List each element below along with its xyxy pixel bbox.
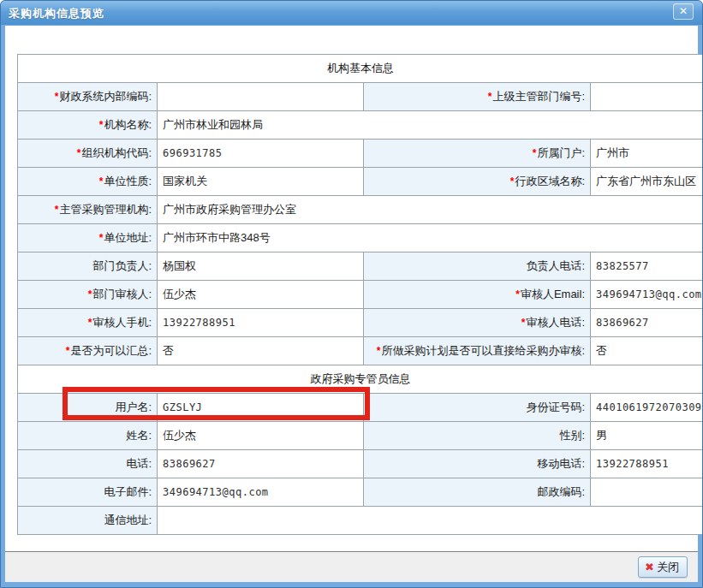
- required-asterisk: *: [533, 147, 537, 159]
- close-button-label: 关闭: [657, 561, 679, 573]
- field-label: *所做采购计划是否可以直接给采购办审核:: [364, 337, 591, 365]
- table-row: *主管采购管理机构: 广州市政府采购管理办公室: [18, 196, 703, 224]
- dialog-title: 采购机构信息预览: [9, 6, 104, 21]
- field-label: 移动电话:: [364, 450, 591, 478]
- field-value: 13922788951: [158, 309, 364, 337]
- table-row: *机构名称: 广州市林业和园林局: [18, 111, 703, 140]
- field-label: 电话:: [18, 450, 158, 478]
- required-asterisk: *: [99, 175, 104, 187]
- table-row: 部门负责人: 杨国权 负责人电话: 83825577: [18, 252, 703, 281]
- field-value: 广州市: [591, 140, 703, 168]
- field-label: *所属门户:: [364, 140, 591, 168]
- required-asterisk: *: [88, 317, 92, 329]
- field-label: 性别:: [364, 422, 591, 450]
- field-label: 电子邮件:: [18, 478, 158, 507]
- table-row: *单位性质: 国家机关 *行政区域名称: 广东省广州市东山区: [18, 168, 703, 196]
- field-value: 83825577: [591, 252, 703, 281]
- field-label: *审核人电话:: [364, 309, 591, 337]
- required-asterisk: *: [99, 119, 104, 131]
- field-label: *审核人Email:: [364, 281, 591, 309]
- required-asterisk: *: [510, 175, 515, 187]
- field-label: *主管采购管理机构:: [18, 196, 158, 224]
- preview-dialog: 采购机构信息预览 ✕ 机构基本信息 *财政系统内部编码: *上级主管部门编号: …: [0, 0, 703, 588]
- field-value: 伍少杰: [158, 422, 364, 450]
- field-value: [158, 83, 364, 111]
- field-label: 身份证号码:: [364, 394, 591, 422]
- field-value: 否: [158, 337, 364, 365]
- field-value: 13922788951: [591, 450, 703, 478]
- field-label: 部门负责人:: [18, 252, 158, 281]
- table-row: *审核人手机: 13922788951 *审核人电话: 83869627: [18, 309, 703, 337]
- dialog-titlebar: 采购机构信息预览 ✕: [1, 1, 702, 25]
- field-label: *部门审核人:: [18, 281, 158, 309]
- field-value: 否: [591, 337, 703, 365]
- close-icon[interactable]: ✕: [673, 3, 694, 20]
- field-value: [591, 83, 703, 111]
- field-value: 国家机关: [158, 168, 364, 196]
- field-value: 349694713@qq.com: [158, 478, 364, 507]
- close-button[interactable]: ✖关闭: [638, 556, 688, 578]
- field-value: 广州市环市中路348号: [158, 224, 703, 252]
- field-label: *是否为可以汇总:: [18, 337, 158, 365]
- field-label: 负责人电话:: [364, 252, 591, 281]
- required-asterisk: *: [377, 345, 381, 357]
- field-label: *机构名称:: [18, 111, 158, 140]
- field-value: 696931785: [158, 140, 364, 168]
- required-asterisk: *: [488, 91, 492, 103]
- field-value: 349694713@qq.com: [591, 281, 703, 309]
- field-label: 通信地址:: [18, 507, 158, 535]
- field-label: 邮政编码:: [364, 478, 591, 507]
- field-value: 男: [591, 422, 703, 450]
- field-label: *财政系统内部编码:: [18, 83, 158, 111]
- field-label: *组织机构代码:: [18, 140, 158, 168]
- field-label: *行政区域名称:: [364, 168, 591, 196]
- field-value: 广州市政府采购管理办公室: [158, 196, 703, 224]
- field-value: 杨国权: [158, 252, 364, 281]
- section-header-row: 机构基本信息: [18, 55, 703, 83]
- section-header-row: 政府采购专管员信息: [18, 365, 703, 394]
- section-header: 政府采购专管员信息: [18, 365, 703, 394]
- institution-info-table: 机构基本信息 *财政系统内部编码: *上级主管部门编号: *机构名称: 广州市林…: [17, 54, 703, 535]
- required-asterisk: *: [88, 288, 92, 300]
- table-row: *组织机构代码: 696931785 *所属门户: 广州市: [18, 140, 703, 168]
- required-asterisk: *: [66, 345, 70, 357]
- field-value: 伍少杰: [158, 281, 364, 309]
- table-row: *部门审核人: 伍少杰 *审核人Email: 349694713@qq.com: [18, 281, 703, 309]
- field-value: 广东省广州市东山区: [591, 168, 703, 196]
- table-row: 姓名: 伍少杰 性别: 男: [18, 422, 703, 450]
- required-asterisk: *: [77, 147, 81, 159]
- table-row-username: 用户名: GZSLYJ 身份证号码: 440106197207030918: [18, 394, 703, 422]
- required-asterisk: *: [55, 91, 59, 103]
- required-asterisk: *: [521, 317, 526, 329]
- table-row: 电话: 83869627 移动电话: 13922788951: [18, 450, 703, 478]
- field-value: 广州市林业和园林局: [158, 111, 703, 140]
- required-asterisk: *: [515, 288, 520, 300]
- dialog-footer: ✖关闭: [5, 552, 698, 582]
- field-label: *上级主管部门编号:: [364, 83, 591, 111]
- field-value: [158, 507, 703, 535]
- table-row: 通信地址:: [18, 507, 703, 535]
- required-asterisk: *: [55, 204, 59, 216]
- field-value: [591, 478, 703, 507]
- field-label: *审核人手机:: [18, 309, 158, 337]
- table-row: 电子邮件: 349694713@qq.com 邮政编码:: [18, 478, 703, 507]
- table-row: *财政系统内部编码: *上级主管部门编号:: [18, 83, 703, 111]
- field-value: 83869627: [158, 450, 364, 478]
- field-value: 83869627: [591, 309, 703, 337]
- field-label: *单位性质:: [18, 168, 158, 196]
- username-value: GZSLYJ: [158, 394, 364, 422]
- table-row: *是否为可以汇总: 否 *所做采购计划是否可以直接给采购办审核: 否: [18, 337, 703, 365]
- section-header: 机构基本信息: [18, 55, 703, 83]
- field-label: 用户名:: [18, 394, 158, 422]
- required-asterisk: *: [99, 232, 104, 244]
- field-value: 440106197207030918: [591, 394, 703, 422]
- close-x-icon: ✖: [645, 561, 654, 573]
- field-label: *单位地址:: [18, 224, 158, 252]
- field-label: 姓名:: [18, 422, 158, 450]
- table-row: *单位地址: 广州市环市中路348号: [18, 224, 703, 252]
